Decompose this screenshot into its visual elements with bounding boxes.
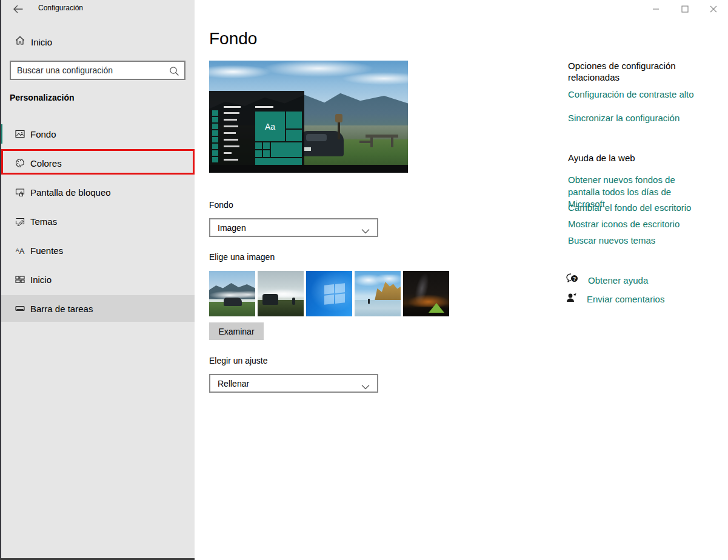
sidebar-item-label: Temas	[30, 216, 57, 227]
sidebar-item-pantalla-de-bloqueo[interactable]: Pantalla de bloqueo	[0, 179, 195, 205]
start-tile	[286, 112, 302, 128]
send-feedback-label: Enviar comentarios	[587, 294, 664, 304]
start-tile	[271, 142, 302, 157]
start-menu-lines	[224, 112, 239, 161]
thumbnail-windows-blue[interactable]	[306, 271, 352, 316]
settings-window: Configuración Inicio Personalización Fon…	[0, 0, 728, 560]
start-group-line	[255, 106, 273, 108]
fit-dropdown-label: Elegir un ajuste	[209, 356, 268, 365]
send-feedback-row[interactable]: Enviar comentarios	[566, 292, 664, 306]
back-arrow-icon	[13, 5, 23, 15]
web-help-title: Ayuda de la web	[568, 152, 635, 164]
sidebar-item-label: Pantalla de bloqueo	[30, 187, 111, 198]
close-button[interactable]	[699, 0, 728, 18]
sidebar-item-fondo[interactable]: Fondo	[0, 121, 195, 147]
start-tile	[255, 142, 262, 149]
image-icon	[15, 129, 25, 139]
start-tile	[286, 130, 302, 141]
get-help-label: Obtener ayuda	[588, 275, 648, 285]
sidebar-item-home[interactable]: Inicio	[15, 35, 52, 49]
preview-picnic-table	[366, 135, 398, 148]
link-show-desktop-icons[interactable]: Mostrar iconos de escritorio	[568, 218, 680, 230]
minimize-button[interactable]	[641, 0, 670, 18]
background-dropdown-label: Fondo	[209, 200, 233, 210]
thumbnail-beach-rocks[interactable]	[355, 271, 401, 316]
sidebar-item-label: Fuentes	[30, 245, 63, 256]
window-left-border	[0, 0, 1, 560]
related-settings-title: Opciones de configuración relacionadas	[568, 60, 698, 83]
sidebar-item-label: Inicio	[30, 275, 52, 285]
choose-image-label: Elige una imagen	[209, 252, 275, 262]
sidebar-item-label: Colores	[30, 158, 62, 168]
sidebar-item-label: Fondo	[30, 129, 56, 139]
chevron-down-icon	[361, 381, 370, 392]
thumbnail-night-tent[interactable]	[403, 271, 449, 316]
browse-button[interactable]: Examinar	[209, 322, 264, 340]
themes-icon	[15, 216, 25, 226]
palette-icon	[15, 158, 25, 168]
search-box	[10, 61, 185, 80]
start-menu-preview: Aa	[209, 91, 304, 165]
thumbnail-car-clouds[interactable]	[258, 271, 304, 316]
home-icon	[15, 36, 25, 48]
close-icon	[710, 5, 717, 13]
background-type-value: Imagen	[218, 223, 246, 233]
feedback-icon	[566, 292, 578, 306]
sidebar-item-fuentes[interactable]: AA Fuentes	[0, 237, 195, 264]
link-find-new-themes[interactable]: Buscar nuevos temas	[568, 235, 655, 247]
link-change-desktop-background[interactable]: Cambiar el fondo del escritorio	[568, 202, 691, 214]
help-icon: ?	[566, 273, 579, 287]
start-tiles-icon	[15, 275, 25, 284]
image-thumbnails	[209, 271, 449, 316]
sidebar-item-temas[interactable]: Temas	[0, 208, 195, 235]
start-tile	[263, 142, 270, 149]
preview-taskbar	[209, 165, 408, 173]
start-tile-aa: Aa	[255, 112, 285, 141]
maximize-button[interactable]	[670, 0, 700, 18]
fit-value: Rellenar	[218, 379, 249, 388]
maximize-icon	[681, 5, 689, 13]
minimize-icon	[652, 5, 660, 13]
link-high-contrast[interactable]: Configuración de contraste alto	[568, 88, 694, 101]
back-button[interactable]	[8, 2, 27, 18]
background-type-select[interactable]: Imagen	[209, 218, 378, 237]
sidebar-home-label: Inicio	[31, 37, 52, 47]
sidebar-section-title: Personalización	[10, 93, 75, 102]
sidebar: Configuración Inicio Personalización Fon…	[0, 0, 195, 560]
start-tile	[255, 150, 262, 157]
fonts-icon: AA	[15, 245, 25, 255]
windows-logo	[324, 283, 345, 305]
thumbnail-car-mountains[interactable]	[209, 271, 255, 316]
lock-screen-icon	[15, 187, 25, 197]
window-controls	[641, 0, 728, 18]
preview-scarecrow	[338, 119, 340, 139]
get-help-row[interactable]: ? Obtener ayuda	[566, 273, 648, 287]
taskbar-icon	[15, 304, 25, 313]
sidebar-item-barra-de-tareas[interactable]: Barra de tareas	[0, 295, 195, 322]
start-tile	[255, 158, 302, 165]
fit-select[interactable]: Rellenar	[209, 374, 378, 393]
start-tile	[263, 150, 270, 157]
link-sync-settings[interactable]: Sincronizar la configuración	[568, 112, 680, 124]
app-title: Configuración	[38, 4, 83, 12]
background-preview: Aa	[209, 61, 408, 173]
chevron-down-icon	[361, 225, 370, 236]
sidebar-item-inicio-start[interactable]: Inicio	[0, 266, 195, 293]
sidebar-item-colores[interactable]: Colores	[0, 150, 195, 176]
start-rail-tiles	[212, 110, 218, 162]
sidebar-item-label: Barra de tareas	[30, 304, 93, 314]
svg-text:?: ?	[573, 276, 576, 282]
search-input[interactable]	[11, 62, 184, 79]
start-header-line	[224, 106, 241, 108]
page-title: Fondo	[209, 29, 257, 48]
search-icon	[169, 65, 179, 79]
